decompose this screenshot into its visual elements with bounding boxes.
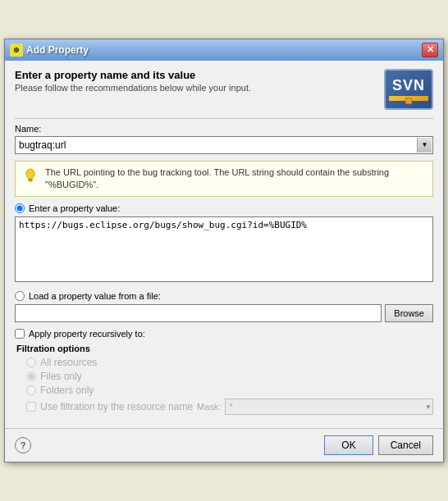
bulb-icon bbox=[22, 167, 39, 184]
file-path-input[interactable] bbox=[15, 304, 382, 322]
svg-rect-2 bbox=[29, 180, 33, 182]
mask-dropdown-wrap: * ▼ bbox=[225, 399, 433, 415]
load-file-radio[interactable] bbox=[15, 291, 25, 301]
filter-options: All resources Files only Folders only Us… bbox=[26, 357, 433, 415]
name-dropdown-wrap: bugtraq:url ▼ bbox=[15, 136, 433, 154]
name-dropdown[interactable]: bugtraq:url bbox=[15, 136, 433, 154]
cancel-button[interactable]: Cancel bbox=[378, 435, 433, 455]
folders-only-row: Folders only bbox=[26, 385, 433, 396]
value-textarea-wrap bbox=[15, 216, 433, 285]
svg-rect-1 bbox=[28, 179, 33, 180]
enter-value-radio-label[interactable]: Enter a property value: bbox=[15, 203, 433, 213]
use-filtration-label: Use filtration by the resource name bbox=[40, 401, 193, 412]
footer: ? OK Cancel bbox=[5, 428, 443, 462]
files-only-row: Files only bbox=[26, 371, 433, 382]
svn-bar bbox=[389, 96, 428, 101]
file-row: Browse bbox=[15, 304, 433, 322]
header-text: Enter a property name and its value Plea… bbox=[15, 69, 251, 93]
mask-row: Use filtration by the resource name Mask… bbox=[26, 399, 433, 415]
close-button[interactable]: ✕ bbox=[422, 43, 438, 57]
help-button[interactable]: ? bbox=[15, 437, 31, 453]
load-file-label: Load a property value from a file: bbox=[29, 291, 161, 301]
svn-dot bbox=[405, 98, 412, 104]
load-file-radio-label[interactable]: Load a property value from a file: bbox=[15, 291, 433, 301]
folders-only-label: Folders only bbox=[40, 385, 94, 396]
dialog-title: Add Property bbox=[26, 44, 89, 56]
hint-text: The URL pointing to the bug tracking too… bbox=[45, 166, 426, 192]
name-label: Name: bbox=[15, 124, 433, 134]
all-resources-row: All resources bbox=[26, 357, 433, 368]
files-only-radio[interactable] bbox=[26, 371, 36, 381]
recursive-checkbox[interactable] bbox=[15, 329, 25, 339]
files-only-label: Files only bbox=[40, 371, 82, 382]
main-content: Enter a property name and its value Plea… bbox=[5, 61, 443, 429]
recursive-checkbox-label[interactable]: Apply property recursively to: bbox=[15, 329, 433, 339]
enter-value-radio[interactable] bbox=[15, 203, 25, 213]
header-section: Enter a property name and its value Plea… bbox=[15, 69, 433, 110]
property-value-section: Enter a property value: bbox=[15, 203, 433, 285]
file-load-section: Load a property value from a file: Brows… bbox=[15, 291, 433, 322]
mask-dropdown[interactable]: * bbox=[225, 399, 433, 415]
titlebar: ⊕ Add Property ✕ bbox=[5, 39, 443, 61]
all-resources-radio[interactable] bbox=[26, 358, 36, 367]
dialog-icon: ⊕ bbox=[10, 43, 23, 57]
property-value-textarea[interactable] bbox=[15, 216, 433, 282]
header-heading: Enter a property name and its value bbox=[15, 69, 251, 81]
filtration-title: Filtration options bbox=[16, 344, 433, 353]
titlebar-left: ⊕ Add Property bbox=[10, 43, 89, 57]
browse-button[interactable]: Browse bbox=[385, 304, 433, 322]
filtration-section: Filtration options All resources Files o… bbox=[15, 344, 433, 415]
svn-logo-text: SVN bbox=[392, 77, 425, 94]
footer-buttons: OK Cancel bbox=[324, 435, 433, 455]
use-filtration-checkbox[interactable] bbox=[26, 402, 36, 412]
svg-point-0 bbox=[26, 169, 34, 179]
ok-button[interactable]: OK bbox=[324, 435, 373, 455]
add-property-dialog: ⊕ Add Property ✕ Enter a property name a… bbox=[4, 39, 444, 463]
mask-label: Mask: bbox=[197, 402, 221, 412]
all-resources-label: All resources bbox=[40, 357, 97, 368]
folders-only-radio[interactable] bbox=[26, 385, 36, 395]
hint-box: The URL pointing to the bug tracking too… bbox=[15, 161, 433, 198]
divider-1 bbox=[15, 118, 433, 119]
header-subtext: Please follow the recommendations below … bbox=[15, 83, 251, 93]
svn-badge: SVN bbox=[384, 69, 433, 110]
recursive-section: Apply property recursively to: bbox=[15, 329, 433, 339]
recursive-label: Apply property recursively to: bbox=[29, 329, 145, 339]
enter-value-label: Enter a property value: bbox=[29, 203, 120, 213]
